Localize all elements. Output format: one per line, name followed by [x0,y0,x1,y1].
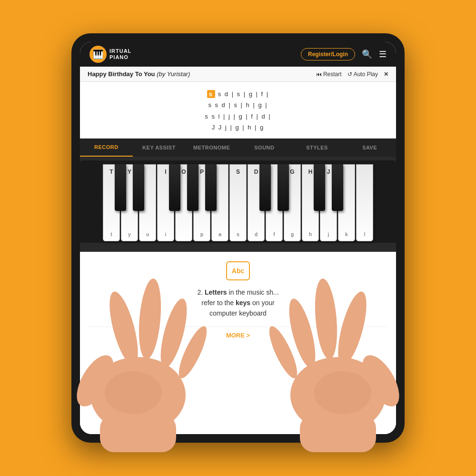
sheet-line-3: s s l | j | g | f | d | [89,111,387,122]
piano-black-key-3[interactable] [169,164,180,211]
info-panel: Abc 2. Letters in the music sh... refer … [80,252,396,434]
logo-icon: 🎹 [89,46,107,63]
song-controls: ⏮ Restart ↺ Auto Play ✕ [316,71,388,78]
sheet-line-4: J J j | g | h | g [89,122,387,133]
toolbar-save[interactable]: SAVE [343,139,396,157]
more-link[interactable]: MORE > [89,327,387,339]
toolbar: RECORD KEY ASSIST METRONOME SOUND STYLES… [80,139,396,157]
sheet-area: s s d | s | g | f | s s d | s | h | g | … [80,82,396,139]
piano-black-key-5[interactable] [205,164,217,211]
toolbar-metronome[interactable]: METRONOME [185,139,238,157]
close-button[interactable]: ✕ [384,71,388,78]
info-letters-bold: Letters [205,288,227,296]
piano-wrapper: T t Y y u [80,160,396,243]
piano-key-S[interactable]: S s [229,164,247,241]
info-text: 2. Letters in the music sh... refer to t… [197,287,278,319]
toolbar-key-assist[interactable]: KEY ASSIST [133,139,186,157]
piano-keys: T t Y y u [102,164,374,243]
piano-black-key-6[interactable] [259,164,271,211]
search-icon[interactable]: 🔍 [362,49,372,60]
autoplay-button[interactable]: ↺ Auto Play [347,71,378,78]
song-title: Happy Birthday To You (by Yuristar) [88,70,190,78]
piano-black-key-9[interactable] [332,164,343,211]
header-right: Register/Login 🔍 ☰ [301,48,387,60]
piano-key-l[interactable]: l [356,164,373,241]
toolbar-styles[interactable]: STYLES [291,139,344,157]
info-icon-box: Abc [226,261,250,280]
toolbar-record[interactable]: RECORD [80,139,133,157]
sheet-line-1: s s d | s | g | f | [89,89,387,99]
tablet-frame: 🎹 IRTUAL PIANO Register/Login 🔍 ☰ Happy … [71,33,405,443]
register-button[interactable]: Register/Login [301,48,355,60]
sheet-line-2: s s d | s | h | g | [89,99,387,110]
toolbar-sound[interactable]: SOUND [238,139,291,157]
piano-black-key-8[interactable] [314,164,325,211]
tablet-screen: 🎹 IRTUAL PIANO Register/Login 🔍 ☰ Happy … [80,42,396,434]
logo-text: IRTUAL PIANO [109,48,131,60]
info-keys-bold: keys [236,299,250,307]
piano-black-key-7[interactable] [278,164,289,211]
piano-black-key-2[interactable] [133,164,144,211]
logo-area: 🎹 IRTUAL PIANO [89,46,131,63]
header: 🎹 IRTUAL PIANO Register/Login 🔍 ☰ [80,42,396,67]
menu-icon[interactable]: ☰ [379,49,387,60]
piano-black-key-1[interactable] [115,164,126,211]
piano-black-key-4[interactable] [187,164,198,211]
restart-button[interactable]: ⏮ Restart [316,71,342,78]
song-bar: Happy Birthday To You (by Yuristar) ⏮ Re… [80,67,396,82]
piano-area: T t Y y u [80,157,396,252]
